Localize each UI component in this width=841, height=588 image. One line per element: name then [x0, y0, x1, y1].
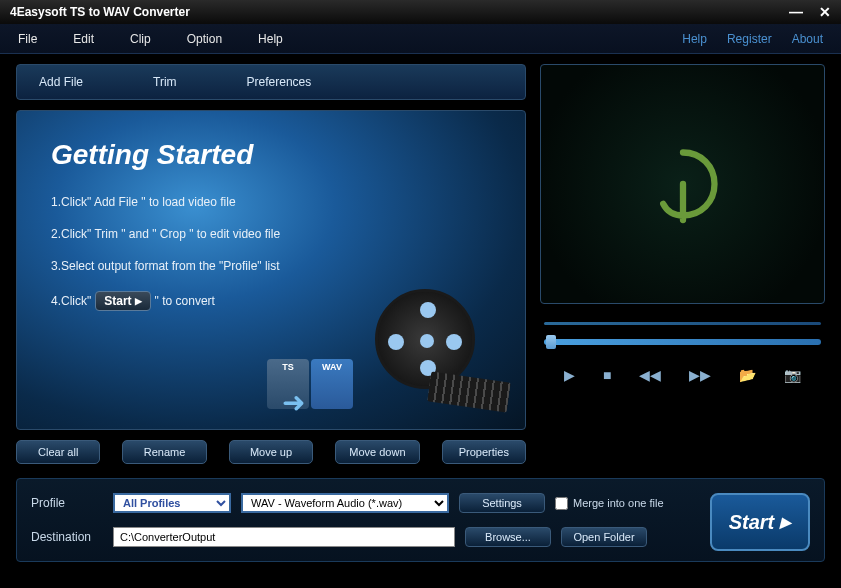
video-preview [540, 64, 825, 304]
logo-icon [638, 139, 728, 229]
next-icon[interactable]: ▶▶ [689, 367, 711, 383]
merge-checkbox[interactable] [555, 497, 568, 510]
wav-format-icon: WAV [311, 359, 353, 409]
open-icon[interactable]: 📂 [739, 367, 756, 383]
app-title: 4Easysoft TS to WAV Converter [10, 5, 190, 19]
merge-label: Merge into one file [573, 497, 664, 509]
destination-label: Destination [31, 530, 103, 544]
getting-started-title: Getting Started [51, 139, 491, 171]
menubar: File Edit Clip Option Help Help Register… [0, 24, 841, 54]
step-3: 3.Select output format from the "Profile… [51, 259, 491, 273]
toolbar: Add File Trim Preferences [16, 64, 526, 100]
menu-option[interactable]: Option [187, 32, 222, 46]
format-conversion-graphic: TS WAV [267, 359, 353, 409]
play-icon[interactable]: ▶ [564, 367, 575, 383]
seek-slider[interactable] [544, 339, 821, 345]
clear-all-button[interactable]: Clear all [16, 440, 100, 464]
step-1: 1.Click" Add File " to load video file [51, 195, 491, 209]
profile-label: Profile [31, 496, 103, 510]
link-help[interactable]: Help [682, 32, 707, 46]
inline-start-button: Start [95, 291, 150, 311]
toolbar-trim[interactable]: Trim [153, 75, 177, 89]
snapshot-icon[interactable]: 📷 [784, 367, 801, 383]
link-about[interactable]: About [792, 32, 823, 46]
menu-file[interactable]: File [18, 32, 37, 46]
menu-clip[interactable]: Clip [130, 32, 151, 46]
menu-edit[interactable]: Edit [73, 32, 94, 46]
minimize-icon[interactable]: — [789, 4, 803, 20]
toolbar-add-file[interactable]: Add File [39, 75, 83, 89]
progress-line [544, 322, 821, 325]
profile-select[interactable]: All Profiles [113, 493, 231, 513]
prev-icon[interactable]: ◀◀ [639, 367, 661, 383]
browse-button[interactable]: Browse... [465, 527, 551, 547]
merge-checkbox-wrap[interactable]: Merge into one file [555, 497, 664, 510]
move-down-button[interactable]: Move down [335, 440, 419, 464]
move-up-button[interactable]: Move up [229, 440, 313, 464]
rename-button[interactable]: Rename [122, 440, 206, 464]
bottom-panel: Profile All Profiles WAV - Waveform Audi… [16, 478, 825, 562]
conversion-arrow-icon: ➜ [282, 386, 305, 419]
getting-started-panel: Getting Started 1.Click" Add File " to l… [16, 110, 526, 430]
slider-thumb[interactable] [546, 335, 556, 349]
settings-button[interactable]: Settings [459, 493, 545, 513]
step-2: 2.Click" Trim " and " Crop " to edit vid… [51, 227, 491, 241]
link-register[interactable]: Register [727, 32, 772, 46]
menu-help[interactable]: Help [258, 32, 283, 46]
open-folder-button[interactable]: Open Folder [561, 527, 647, 547]
format-select[interactable]: WAV - Waveform Audio (*.wav) [241, 493, 449, 513]
stop-icon[interactable]: ■ [603, 367, 611, 383]
start-button[interactable]: Start [710, 493, 810, 551]
film-reel-icon [375, 289, 485, 399]
close-icon[interactable]: ✕ [819, 4, 831, 20]
properties-button[interactable]: Properties [442, 440, 526, 464]
toolbar-preferences[interactable]: Preferences [247, 75, 312, 89]
destination-input[interactable] [113, 527, 455, 547]
titlebar: 4Easysoft TS to WAV Converter — ✕ [0, 0, 841, 24]
